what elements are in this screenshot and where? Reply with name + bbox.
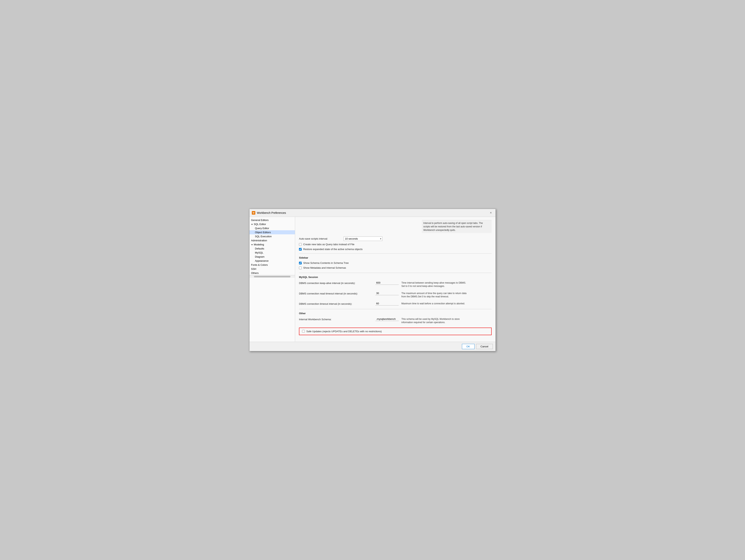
dialog-footer: OK Cancel — [250, 342, 495, 351]
internal-schema-label: Internal Workbench Schema: — [299, 317, 373, 321]
sidebar-item-label: Modeling — [254, 243, 264, 246]
mysql-session-header: MySQL Session — [299, 276, 492, 279]
read-timeout-input[interactable] — [376, 291, 399, 295]
sidebar-item-label: Defaults — [255, 247, 264, 250]
sidebar-item-label: Query Editor — [255, 227, 269, 230]
dialog-body: General Editors ▼SQL Editor Query Editor… — [250, 217, 495, 342]
show-schema-checkbox[interactable] — [299, 262, 302, 265]
app-icon: W — [252, 211, 255, 215]
sidebar-item-label: SQL Editor — [254, 223, 266, 225]
sidebar-item-fonts-colors[interactable]: Fonts & Colors — [250, 263, 295, 267]
sidebar-item-others[interactable]: Others — [250, 271, 295, 275]
mysql-session-section: MySQL Session DBMS connection keep-alive… — [299, 276, 492, 306]
dialog-title: Workbench Preferences — [257, 211, 286, 214]
sidebar-item-mysql[interactable]: MySQL — [250, 251, 295, 255]
sidebar-item-query-editor[interactable]: Query Editor — [250, 226, 295, 230]
divider-3 — [299, 309, 492, 309]
safe-updates-label[interactable]: Safe Updates (rejects UPDATEs and DELETE… — [306, 330, 382, 333]
sidebar-item-defaults[interactable]: Defaults — [250, 247, 295, 251]
preferences-dialog: W Workbench Preferences × General Editor… — [249, 209, 496, 351]
show-metadata-row: Show Metadata and Internal Schemas — [299, 266, 492, 269]
other-section: Other Internal Workbench Schema: This sc… — [299, 312, 492, 335]
safe-updates-box: Safe Updates (rejects UPDATEs and DELETE… — [299, 327, 492, 335]
autosave-row: Auto-save scripts interval: 10 seconds 3… — [299, 237, 492, 241]
divider-2 — [299, 273, 492, 273]
sidebar-item-label: General Editors — [251, 219, 268, 221]
close-button[interactable]: × — [488, 211, 493, 215]
timeout-input[interactable] — [376, 302, 399, 306]
timeout-desc: Maximum time to wait before a connection… — [401, 302, 465, 305]
show-schema-row: Show Schema Contents in Schema Tree — [299, 261, 492, 265]
restore-expanded-label[interactable]: Restore expanded state of the active sch… — [303, 248, 363, 251]
sidebar-item-diagram[interactable]: Diagram — [250, 255, 295, 259]
sidebar-item-label: Diagram — [255, 255, 264, 258]
timeout-row: DBMS connection timeout interval (in sec… — [299, 302, 492, 306]
ok-button[interactable]: OK — [462, 344, 475, 349]
sidebar-item-label: SQL Execution — [255, 235, 271, 238]
autosave-select[interactable]: 10 seconds 30 seconds 1 minute 5 minutes… — [344, 237, 382, 241]
title-bar: W Workbench Preferences × — [250, 209, 495, 217]
expand-icon: ▼ — [251, 223, 253, 225]
sidebar-item-label: Others — [251, 272, 259, 275]
show-metadata-label[interactable]: Show Metadata and Internal Schemas — [303, 266, 346, 269]
create-tabs-label[interactable]: Create new tabs as Query tabs instead of… — [303, 243, 354, 246]
internal-schema-desc: This schema will be used by MySQL Workbe… — [401, 317, 467, 324]
internal-schema-input[interactable] — [376, 317, 399, 321]
sidebar-item-label: SSH — [251, 268, 256, 270]
sidebar-item-label: MySQL — [255, 251, 263, 254]
sidebar-item-general-editors[interactable]: General Editors — [250, 218, 295, 222]
keepalive-input[interactable] — [376, 281, 399, 285]
sidebar-scrollbar[interactable] — [250, 275, 295, 278]
sidebar-item-sql-editor[interactable]: ▼SQL Editor — [250, 222, 295, 226]
read-timeout-label: DBMS connection read timeout interval (i… — [299, 291, 373, 295]
keepalive-label: DBMS connection keep-alive interval (in … — [299, 281, 373, 285]
sidebar-item-appearance[interactable]: Appearance — [250, 259, 295, 263]
top-description: Interval to perform auto-saving of all o… — [422, 220, 492, 233]
cancel-button[interactable]: Cancel — [476, 344, 493, 349]
sidebar-item-ssh[interactable]: SSH — [250, 267, 295, 271]
title-bar-left: W Workbench Preferences — [252, 211, 286, 215]
timeout-label: DBMS connection timeout interval (in sec… — [299, 302, 373, 305]
top-description-row: Interval to perform auto-saving of all o… — [299, 220, 492, 235]
sidebar-item-modeling[interactable]: ▼Modeling — [250, 243, 295, 247]
sidebar-item-label: Fonts & Colors — [251, 264, 268, 266]
restore-expanded-row: Restore expanded state of the active sch… — [299, 248, 492, 251]
other-header: Other — [299, 312, 492, 315]
sidebar-section-header: Sidebar — [299, 256, 492, 259]
keepalive-row: DBMS connection keep-alive interval (in … — [299, 281, 492, 288]
sidebar-item-label: Object Editors — [255, 231, 271, 234]
sidebar-item-object-editors[interactable]: Object Editors — [250, 230, 295, 234]
create-tabs-checkbox[interactable] — [299, 243, 302, 246]
sidebar-item-sql-execution[interactable]: SQL Execution — [250, 234, 295, 238]
expand-icon: ▼ — [251, 244, 253, 246]
autosave-select-wrapper: 10 seconds 30 seconds 1 minute 5 minutes… — [344, 237, 382, 241]
restore-expanded-checkbox[interactable] — [299, 248, 302, 251]
sidebar-section: Sidebar Show Schema Contents in Schema T… — [299, 256, 492, 269]
autosave-label: Auto-save scripts interval: — [299, 237, 342, 240]
safe-updates-checkbox[interactable] — [302, 330, 305, 332]
content-area: Interval to perform auto-saving of all o… — [295, 217, 495, 342]
read-timeout-row: DBMS connection read timeout interval (i… — [299, 291, 492, 298]
sidebar-item-label: Appearance — [255, 259, 268, 262]
show-metadata-checkbox[interactable] — [299, 267, 302, 269]
internal-schema-row: Internal Workbench Schema: This schema w… — [299, 317, 492, 324]
sidebar-item-label: Administration — [251, 239, 267, 242]
create-tabs-row: Create new tabs as Query tabs instead of… — [299, 243, 492, 246]
show-schema-label[interactable]: Show Schema Contents in Schema Tree — [303, 261, 349, 265]
keepalive-desc: Time interval between sending keep-alive… — [401, 281, 467, 288]
read-timeout-desc: The maximum amount of time the query can… — [401, 291, 467, 298]
sidebar-item-administration[interactable]: Administration — [250, 238, 295, 243]
sidebar: General Editors ▼SQL Editor Query Editor… — [250, 217, 295, 342]
